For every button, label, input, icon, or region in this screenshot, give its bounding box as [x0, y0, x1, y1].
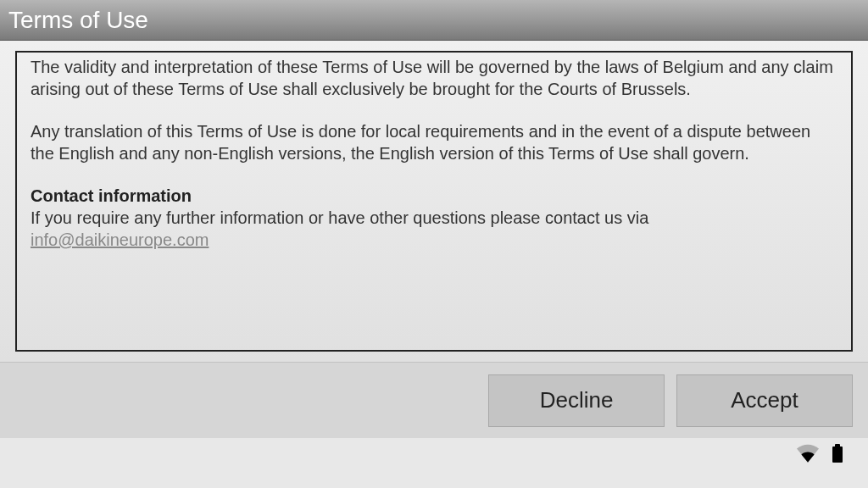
content-area: unenforceable provision. The validity an… — [0, 41, 868, 362]
contact-section: Contact information If you require any f… — [31, 185, 837, 251]
page-title: Terms of Use — [8, 7, 148, 34]
contact-body: If you require any further information o… — [31, 208, 648, 227]
button-bar: Decline Accept — [0, 362, 868, 438]
battery-icon — [832, 444, 843, 463]
terms-text: unenforceable provision. The validity an… — [31, 51, 837, 251]
decline-button[interactable]: Decline — [488, 374, 665, 427]
status-bar — [0, 438, 868, 469]
header-bar: Terms of Use — [0, 0, 868, 41]
terms-governing-law: The validity and interpretation of these… — [31, 56, 837, 100]
contact-heading: Contact information — [31, 185, 837, 207]
terms-translation: Any translation of this Terms of Use is … — [31, 120, 837, 164]
contact-email-link[interactable]: info@daikineurope.com — [31, 230, 209, 249]
terms-container[interactable]: unenforceable provision. The validity an… — [15, 51, 853, 352]
accept-button[interactable]: Accept — [676, 374, 853, 427]
wifi-icon — [797, 444, 819, 463]
